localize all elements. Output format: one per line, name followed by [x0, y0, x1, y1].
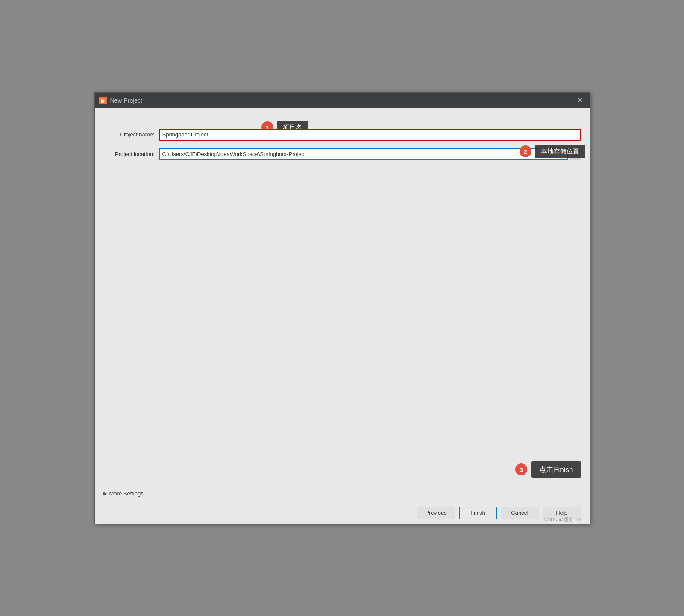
project-name-label: Project name: [103, 131, 159, 138]
project-location-input[interactable] [159, 148, 568, 160]
project-name-input[interactable] [159, 129, 581, 141]
dialog-footer: Previous Finish Cancel Help CSDN @嚼笑_87 [95, 502, 590, 524]
cancel-button[interactable]: Cancel [501, 507, 539, 519]
intellij-icon: 🖥 [99, 97, 107, 104]
watermark-text: CSDN @嚼笑_87 [544, 516, 581, 523]
annotation-2-group: 2 本地存储位置 [520, 145, 585, 158]
badge-2: 2 [520, 145, 531, 157]
project-location-label: Project location: [103, 151, 159, 157]
more-settings-label: More Settings [109, 490, 144, 497]
annotation-area-1: 1 项目名 Project name: [103, 117, 581, 147]
new-project-dialog: 🖥 New Project ✕ 1 项目名 Project name: Proj… [94, 92, 590, 524]
title-bar: 🖥 New Project ✕ [95, 93, 590, 108]
title-bar-left: 🖥 New Project [99, 97, 142, 104]
project-name-row: Project name: [103, 129, 581, 141]
dialog-title: New Project [110, 97, 142, 104]
project-location-container: Project location: ... 2 本地存储位置 [103, 148, 581, 166]
more-settings[interactable]: ▶ More Settings [103, 485, 581, 502]
svg-text:🖥: 🖥 [100, 98, 105, 104]
project-location-row: Project location: ... [103, 148, 581, 160]
tooltip-3: 点击Finish [531, 461, 581, 478]
tooltip-2: 本地存储位置 [535, 145, 585, 158]
dialog-body: 1 项目名 Project name: Project location: ..… [95, 108, 590, 502]
annotation-3-group: 3 点击Finish [103, 461, 581, 485]
badge-3: 3 [515, 463, 527, 475]
previous-button[interactable]: Previous [417, 507, 455, 519]
close-button[interactable]: ✕ [575, 95, 585, 106]
finish-button[interactable]: Finish [459, 507, 497, 519]
more-settings-arrow-icon: ▶ [103, 491, 107, 496]
content-area [103, 175, 581, 461]
